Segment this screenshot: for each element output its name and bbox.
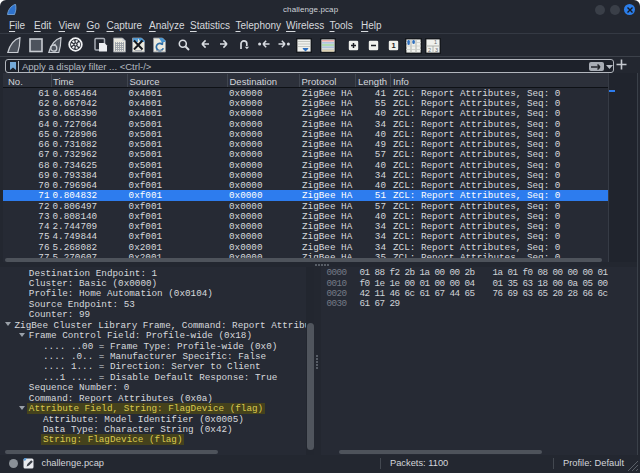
svg-text:1: 1 [391,41,395,50]
svg-text:1: 1 [434,39,437,45]
svg-text:2: 2 [428,47,431,53]
svg-text:3: 3 [435,47,438,53]
